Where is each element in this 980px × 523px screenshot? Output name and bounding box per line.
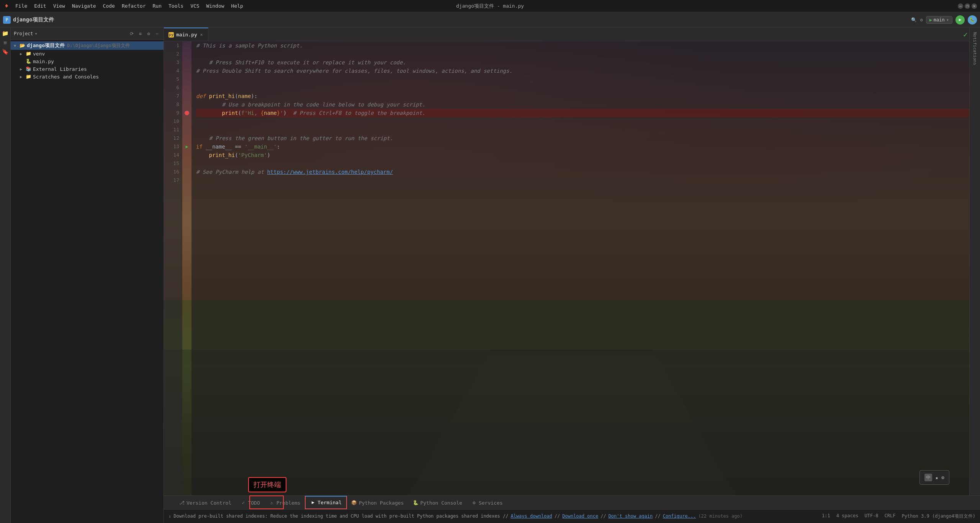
code-line-12: # Press the green button in the gutter t… <box>196 134 980 142</box>
always-download-link[interactable]: Always download <box>510 513 552 519</box>
menu-run[interactable]: Run <box>150 2 165 10</box>
gutter-13: ▶ <box>185 142 188 151</box>
settings-icon-area[interactable]: ⚙ <box>920 17 923 23</box>
gear-icon[interactable]: ⚙ <box>145 30 152 37</box>
line-num-9: 9 <box>164 109 179 117</box>
sidebar-item-structure[interactable]: ≡ <box>1 38 10 47</box>
line-num-2: 2 <box>164 50 179 58</box>
code-line-14: print_hi('PyCharm') <box>196 151 980 159</box>
code-line-7: def print_hi(name): <box>196 92 980 100</box>
bottom-tab-bar: ⎇ Version Control ✓ TODO ⚠ Problems ▶ Te… <box>164 496 980 510</box>
minimize-button[interactable]: — <box>958 3 963 9</box>
download-once-link[interactable]: Download once <box>562 513 598 519</box>
tab-services[interactable]: ⚙ Services <box>467 496 507 509</box>
tooltip-icon: 中 <box>924 474 932 481</box>
library-icon: 📚 <box>25 66 31 72</box>
code-editor[interactable]: 1 2 3 4 5 6 7 8 9 10 11 12 13 14 15 16 1… <box>164 41 980 523</box>
root-folder-icon: 📂 <box>19 42 25 49</box>
maximize-button[interactable]: ❐ <box>965 3 970 9</box>
sync-icon[interactable]: ⟳ <box>128 30 135 37</box>
sidebar-item-project[interactable]: 📁 <box>1 29 10 38</box>
code-line-17 <box>196 176 980 185</box>
menu-window[interactable]: Window <box>203 2 227 10</box>
left-sidebar-icons: 📁 ≡ 🔖 <box>0 28 11 523</box>
run-config-icon: ▶ <box>929 17 932 23</box>
menu-refactor[interactable]: Refactor <box>119 2 149 10</box>
menu-tools[interactable]: Tools <box>165 2 187 10</box>
filter-icon[interactable]: ≡ <box>137 30 144 37</box>
tab-problems[interactable]: ⚠ Problems <box>265 496 305 509</box>
python-console-icon: 🐍 <box>413 500 418 505</box>
line-num-11: 11 <box>164 126 179 134</box>
menu-view[interactable]: View <box>50 2 68 10</box>
python-packages-label: Python Packages <box>359 500 404 506</box>
app-icon: ♦ <box>3 3 10 10</box>
code-line-16: # See PyCharm help at https://www.jetbra… <box>196 168 980 176</box>
tab-version-control[interactable]: ⎇ Version Control <box>175 496 236 509</box>
tree-scratches[interactable]: ▶ 📁 Scratches and Consoles <box>17 73 164 80</box>
title-bar: ♦ File Edit View Navigate Code Refactor … <box>0 0 980 12</box>
line-num-15: 15 <box>164 159 179 168</box>
run-button[interactable]: ▶ <box>955 15 965 25</box>
venv-folder-icon: 📁 <box>25 51 31 57</box>
scratches-folder-icon: 📁 <box>25 74 31 80</box>
version-control-icon: ⎇ <box>179 500 185 505</box>
tooltip-extra: ⊙ <box>941 475 944 481</box>
tree-external-libraries[interactable]: ▶ 📚 External Libraries <box>17 65 164 73</box>
bottom-status-bar: ↓ Download pre-built shared indexes: Red… <box>164 510 980 523</box>
code-line-11 <box>196 126 980 134</box>
menu-help[interactable]: Help <box>228 2 246 10</box>
menu-file[interactable]: File <box>12 2 30 10</box>
line-ending-info: CRLF <box>885 513 896 520</box>
menu-edit[interactable]: Edit <box>31 2 49 10</box>
inspection-ok-icon[interactable]: ✓ <box>963 30 968 39</box>
run-config-selector[interactable]: ▶ main ▾ <box>926 16 952 24</box>
project-icon: P <box>3 16 11 24</box>
tab-todo[interactable]: ✓ TODO <box>236 496 264 509</box>
line-num-5: 5 <box>164 75 179 83</box>
menu-vcs[interactable]: VCS <box>187 2 202 10</box>
tree-venv[interactable]: ▶ 📁 venv <box>17 50 164 57</box>
menu-code[interactable]: Code <box>100 2 118 10</box>
project-panel: Project ▾ ⟳ ≡ ⚙ − ▼ 📂 django项目文件 D:\Djan… <box>11 28 164 523</box>
services-label: Services <box>479 500 503 506</box>
code-line-2 <box>196 50 980 58</box>
tab-python-packages[interactable]: 📦 Python Packages <box>347 496 408 509</box>
line-num-17: 17 <box>164 176 179 185</box>
venv-label: venv <box>33 51 45 57</box>
tab-close-button[interactable]: × <box>200 32 204 38</box>
dont-show-link[interactable]: Don't show again <box>609 513 653 519</box>
bottom-panel: ⎇ Version Control ✓ TODO ⚠ Problems ▶ Te… <box>164 495 980 523</box>
line-num-1: 1 <box>164 41 179 50</box>
tree-arrow-ext: ▶ <box>20 67 25 71</box>
configure-link[interactable]: Configure... <box>663 513 696 519</box>
close-button[interactable]: ✕ <box>972 3 977 9</box>
terminal-icon: ▶ <box>310 500 316 505</box>
project-dropdown-icon[interactable]: ▾ <box>35 31 38 36</box>
tab-terminal[interactable]: ▶ Terminal <box>305 496 347 509</box>
search-icon-area[interactable]: 🔍 <box>911 17 917 23</box>
notifications-tab[interactable]: Notifications <box>971 29 979 68</box>
status-text-prefix: Download pre-built shared indexes: Reduc… <box>173 513 508 519</box>
debug-button[interactable]: 🐛 <box>968 15 977 25</box>
sidebar-item-bookmarks[interactable]: 🔖 <box>1 47 10 56</box>
minimize-panel-icon[interactable]: − <box>154 30 160 37</box>
main-py-label: main.py <box>33 59 54 64</box>
menu-navigate[interactable]: Navigate <box>69 2 99 10</box>
code-line-3: # Press Shift+F10 to execute it or repla… <box>196 58 980 67</box>
project-sidebar-icon: 📁 <box>2 30 8 36</box>
tree-root[interactable]: ▼ 📂 django项目文件 D:\Django\django项目文件 <box>11 41 164 50</box>
code-line-9: print(f'Hi, {name}') # Press Ctrl+F8 to … <box>196 109 980 117</box>
tab-python-console[interactable]: 🐍 Python Console <box>408 496 467 509</box>
problems-icon: ⚠ <box>269 500 275 505</box>
code-content[interactable]: # This is a sample Python script. # Pres… <box>191 41 980 523</box>
debug-icon: 🐛 <box>970 17 975 22</box>
tree-arrow-root: ▼ <box>14 44 18 48</box>
line-num-6: 6 <box>164 83 179 92</box>
code-line-5 <box>196 75 980 83</box>
tree-main-py[interactable]: ▶ 🐍 main.py <box>17 57 164 65</box>
main-toolbar: P django项目文件 🔍 ⚙ ▶ main ▾ ▶ 🐛 <box>0 12 980 28</box>
menu-bar: File Edit View Navigate Code Refactor Ru… <box>12 2 246 10</box>
line-num-10: 10 <box>164 117 179 126</box>
tab-main-py[interactable]: py main.py × <box>164 28 208 41</box>
